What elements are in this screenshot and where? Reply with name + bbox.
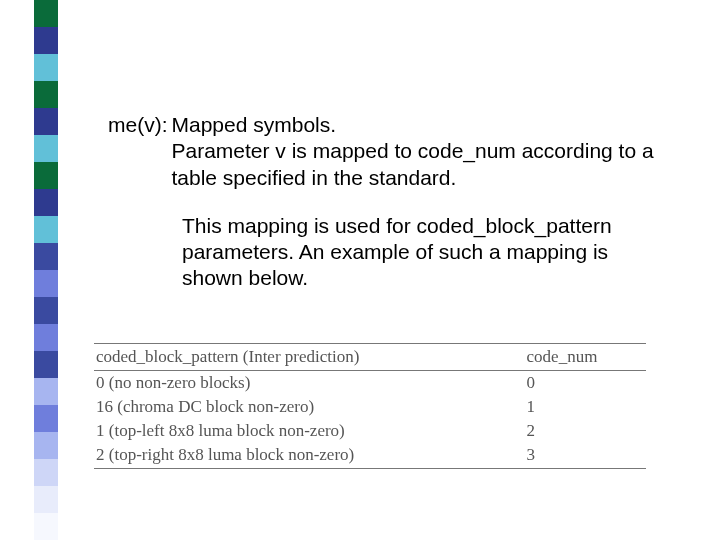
table-row: 16 (chroma DC block non-zero) 1 (94, 395, 646, 419)
stripe-seg (34, 405, 58, 432)
stripe-seg (34, 270, 58, 297)
definition-block: me(v): Mapped symbols. Parameter v is ma… (108, 112, 668, 191)
stripe-seg (34, 486, 58, 513)
stripe-seg (34, 81, 58, 108)
cell-left: 16 (chroma DC block non-zero) (94, 395, 525, 419)
stripe-seg (34, 135, 58, 162)
stripe-seg (34, 216, 58, 243)
stripe-seg (34, 162, 58, 189)
cell-right: 2 (525, 419, 646, 443)
cell-right: 3 (525, 443, 646, 469)
mapping-table: coded_block_pattern (Inter prediction) c… (94, 343, 646, 469)
stripe-seg (34, 351, 58, 378)
stripe-seg (34, 513, 58, 540)
definition-label: me(v): (108, 112, 168, 191)
cell-left: 1 (top-left 8x8 luma block non-zero) (94, 419, 525, 443)
stripe-seg (34, 0, 58, 27)
definition-body: Mapped symbols. Parameter v is mapped to… (168, 112, 669, 191)
table-header-left: coded_block_pattern (Inter prediction) (94, 344, 525, 371)
table-row: 2 (top-right 8x8 luma block non-zero) 3 (94, 443, 646, 469)
stripe-seg (34, 243, 58, 270)
stripe-seg (34, 324, 58, 351)
cell-right: 0 (525, 371, 646, 396)
stripe-seg (34, 378, 58, 405)
table-row: 0 (no non-zero blocks) 0 (94, 371, 646, 396)
stripe-seg (34, 297, 58, 324)
definition-line1: Mapped symbols. (172, 112, 669, 138)
stripe-seg (34, 189, 58, 216)
cell-left: 0 (no non-zero blocks) (94, 371, 525, 396)
table-row: 1 (top-left 8x8 luma block non-zero) 2 (94, 419, 646, 443)
stripe-seg (34, 54, 58, 81)
body-text: me(v): Mapped symbols. Parameter v is ma… (108, 112, 668, 292)
stripe-seg (34, 108, 58, 135)
slide: me(v): Mapped symbols. Parameter v is ma… (0, 0, 720, 540)
decorative-stripe (34, 0, 58, 540)
definition-desc: Parameter v is mapped to code_num accord… (172, 138, 669, 191)
table-header-right: code_num (525, 344, 646, 371)
cell-right: 1 (525, 395, 646, 419)
paragraph-2: This mapping is used for coded_block_pat… (182, 213, 668, 292)
stripe-seg (34, 27, 58, 54)
cell-left: 2 (top-right 8x8 luma block non-zero) (94, 443, 525, 469)
stripe-seg (34, 432, 58, 459)
stripe-seg (34, 459, 58, 486)
